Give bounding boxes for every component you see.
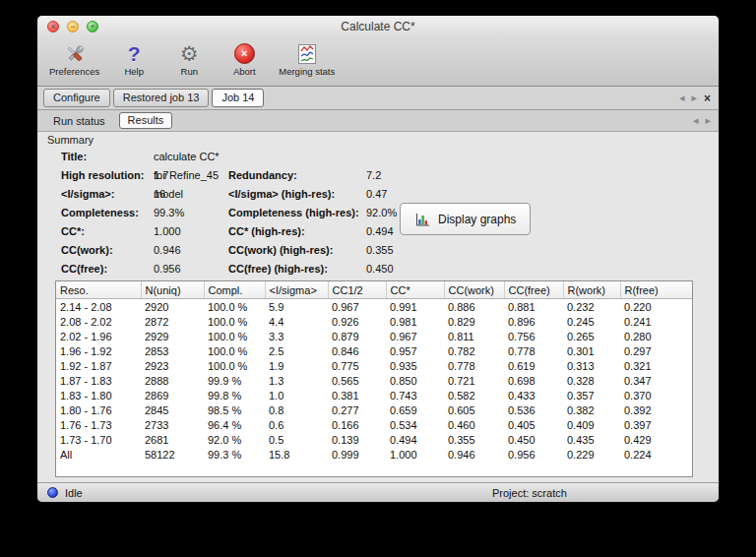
- table-cell: 0.460: [444, 417, 504, 432]
- summary-value: 0.494: [366, 222, 397, 241]
- table-cell: 100.0 %: [204, 343, 265, 358]
- summary-label: CC*:: [61, 222, 154, 241]
- toolbar-button-help[interactable]: ? Help: [113, 40, 155, 77]
- summary-value: 0.47: [366, 185, 397, 204]
- subtab-run-status[interactable]: Run status: [45, 113, 113, 129]
- table-cell: 0.381: [328, 388, 386, 402]
- table-cell: 2929: [141, 329, 204, 343]
- table-cell: 2681: [141, 432, 204, 447]
- table-cell: 0.829: [444, 314, 504, 329]
- subtab-next-icon[interactable]: ▸: [705, 114, 711, 127]
- table-row[interactable]: 1.80 - 1.76284598.5 %0.80.2770.6590.6050…: [56, 402, 692, 417]
- table-row[interactable]: 1.87 - 1.83288899.9 %1.30.5650.8500.7210…: [56, 373, 692, 388]
- table-cell: 2.5: [265, 343, 328, 358]
- table-cell: 99.3 %: [204, 447, 265, 462]
- traffic-lights: [47, 16, 98, 37]
- toolbar-button-run[interactable]: ⚙ Run: [168, 40, 210, 77]
- table-cell: 100.0 %: [204, 329, 265, 343]
- table-cell: 0.778: [444, 358, 504, 373]
- column-header: R(work): [563, 281, 620, 299]
- tab-prev-icon[interactable]: ◂: [679, 92, 685, 104]
- subtab-prev-icon[interactable]: ◂: [693, 114, 699, 127]
- table-cell: 15.8: [265, 447, 328, 462]
- table-cell: 0.355: [444, 432, 504, 447]
- display-graphs-button[interactable]: Display graphs: [400, 203, 531, 235]
- minimize-button[interactable]: [67, 21, 79, 32]
- run-gear-icon: ⚙: [180, 40, 199, 67]
- zoom-button[interactable]: [87, 21, 98, 32]
- toolbar-button-label: Preferences: [49, 66, 99, 77]
- status-text: Idle: [65, 487, 83, 499]
- table-cell: 0.775: [328, 358, 386, 373]
- table-cell: 0.743: [386, 388, 444, 402]
- table-row[interactable]: All5812299.3 %15.80.9991.0000.9460.9560.…: [56, 447, 692, 462]
- abort-icon: ×: [234, 40, 255, 67]
- table-cell: 0.926: [328, 314, 386, 329]
- table-cell: 0.382: [563, 402, 620, 417]
- section-label-summary: Summary: [47, 134, 94, 146]
- table-cell: 0.991: [386, 299, 444, 315]
- summary-value: 16: [154, 185, 228, 204]
- table-cell: 0.450: [504, 432, 563, 447]
- toolbar: Preferences ? Help ⚙ Run × Abort: [37, 37, 719, 87]
- table-cell: 0.370: [620, 388, 692, 402]
- toolbar-button-label: Merging stats: [279, 66, 335, 77]
- table-cell: 0.409: [563, 417, 620, 432]
- toolbar-button-abort[interactable]: × Abort: [223, 40, 265, 77]
- table-cell: All: [56, 447, 141, 462]
- table-cell: 0.756: [504, 329, 563, 343]
- table-row[interactable]: 2.08 - 2.022872100.0 %4.40.9260.9810.829…: [56, 314, 692, 329]
- table-cell: 0.166: [328, 417, 386, 432]
- tab-close-icon[interactable]: ×: [704, 92, 711, 105]
- summary-row: CC(free):0.956CC(free) (high-res):0.450: [61, 260, 397, 278]
- summary-label: Completeness (high-res):: [228, 204, 366, 222]
- close-button[interactable]: [47, 21, 59, 32]
- table-cell: 2923: [141, 358, 204, 373]
- table-row[interactable]: 2.14 - 2.082920100.0 %5.90.9670.9910.886…: [56, 299, 692, 315]
- help-icon: ?: [128, 40, 141, 67]
- table-cell: 1.73 - 1.70: [56, 432, 141, 447]
- table-cell: 0.5: [265, 432, 328, 447]
- table-cell: 0.229: [563, 447, 620, 462]
- table-cell: 0.896: [504, 314, 563, 329]
- table-cell: 0.220: [620, 299, 692, 315]
- table-cell: 0.347: [620, 373, 692, 388]
- toolbar-button-preferences[interactable]: Preferences: [49, 40, 99, 77]
- toolbar-button-label: Run: [181, 66, 198, 77]
- table-cell: 96.4 %: [204, 417, 265, 432]
- status-indicator-icon: [47, 487, 58, 498]
- toolbar-button-merging-stats[interactable]: Merging stats: [279, 40, 335, 77]
- table-cell: 0.536: [504, 402, 563, 417]
- table-row[interactable]: 1.96 - 1.922853100.0 %2.50.8460.9570.782…: [56, 343, 692, 358]
- table-cell: 5.9: [265, 299, 328, 315]
- table-row[interactable]: 1.73 - 1.70268192.0 %0.50.1390.4940.3550…: [56, 432, 692, 447]
- table-cell: 2.08 - 2.02: [56, 314, 141, 329]
- project-label: Project: scratch: [492, 487, 567, 499]
- table-row[interactable]: 1.83 - 1.80286999.8 %1.00.3810.7430.5820…: [56, 388, 692, 402]
- table-cell: 0.886: [444, 299, 504, 315]
- table-cell: 2888: [141, 373, 204, 388]
- table-cell: 0.946: [444, 447, 504, 462]
- table-cell: 1.3: [265, 373, 328, 388]
- window-title: Calculate CC*: [341, 20, 414, 33]
- table-cell: 0.280: [620, 329, 692, 343]
- table-cell: 0.659: [386, 402, 444, 417]
- table-cell: 1.76 - 1.73: [56, 417, 141, 432]
- tab-configure[interactable]: Configure: [43, 89, 110, 107]
- table-cell: 92.0 %: [204, 432, 265, 447]
- table-cell: 0.850: [386, 373, 444, 388]
- table-row[interactable]: 1.92 - 1.872923100.0 %1.90.7750.9350.778…: [56, 358, 692, 373]
- table-cell: 0.6: [265, 417, 328, 432]
- subtab-results[interactable]: Results: [119, 112, 173, 129]
- table-cell: 0.313: [563, 358, 620, 373]
- tab-restored-job-13[interactable]: Restored job 13: [113, 89, 210, 107]
- table-row[interactable]: 1.76 - 1.73273396.4 %0.60.1660.5340.4600…: [56, 417, 692, 432]
- preferences-icon: [63, 40, 87, 67]
- tab-job-14[interactable]: Job 14: [212, 89, 264, 107]
- tab-next-icon[interactable]: ▸: [691, 92, 697, 104]
- summary-value: 0.355: [366, 241, 397, 260]
- table-cell: 2.14 - 2.08: [56, 299, 141, 315]
- table-row[interactable]: 2.02 - 1.962929100.0 %3.30.8790.9670.811…: [56, 329, 692, 343]
- table-cell: 1.000: [386, 447, 444, 462]
- table-cell: 0.405: [504, 417, 563, 432]
